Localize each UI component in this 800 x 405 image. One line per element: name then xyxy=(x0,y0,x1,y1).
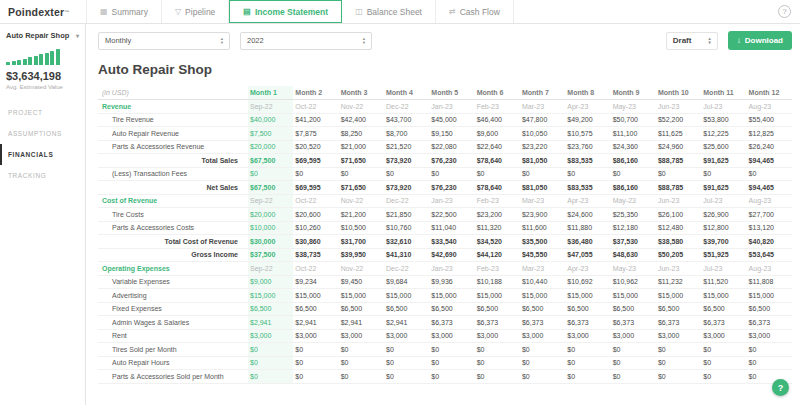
value-cell: $0 xyxy=(475,167,520,181)
value-cell: $15,000 xyxy=(339,289,384,303)
table-row: Auto Repair Hours$0$0$0$0$0$0$0$0$0$0$0$… xyxy=(98,356,792,370)
value-cell: $10,962 xyxy=(611,275,656,289)
value-cell: $26,900 xyxy=(701,208,746,222)
value-cell: $45,000 xyxy=(429,113,474,127)
value-cell: $11,625 xyxy=(656,127,701,141)
chart-bar xyxy=(17,60,21,65)
value-cell: $12,180 xyxy=(611,221,656,235)
value-cell: $20,600 xyxy=(293,208,338,222)
value-cell: $6,373 xyxy=(475,316,520,330)
value-cell: $0 xyxy=(611,370,656,384)
value-cell: $86,160 xyxy=(611,154,656,168)
chart-bar xyxy=(45,53,49,65)
info-icon[interactable]: ? xyxy=(778,5,791,18)
sidebar-item-project[interactable]: PROJECT xyxy=(0,102,85,123)
sidebar-item-assumptions[interactable]: ASSUMPTIONS xyxy=(0,123,85,144)
value-cell: $26,240 xyxy=(747,140,792,154)
value-cell: $25,350 xyxy=(611,208,656,222)
tab-pipeline[interactable]: ▽Pipeline xyxy=(162,0,229,23)
select-arrows-icon: ▴▾ xyxy=(363,37,365,45)
status-badge: Draft xyxy=(673,36,692,45)
period-select[interactable]: Monthly ▴▾ xyxy=(98,32,230,50)
date-cell: Feb-23 xyxy=(475,100,520,114)
sidebar-item-tracking[interactable]: TRACKING xyxy=(0,165,85,186)
sidebar-item-financials[interactable]: FINANCIALS xyxy=(0,144,85,165)
value-cell: $0 xyxy=(293,356,338,370)
value-cell: $91,625 xyxy=(701,154,746,168)
value-cell: $53,645 xyxy=(747,248,792,262)
date-cell: Jul-23 xyxy=(701,100,746,114)
year-select[interactable]: 2022 ▴▾ xyxy=(240,32,372,50)
value-cell: $0 xyxy=(611,167,656,181)
download-button[interactable]: ↓ Download xyxy=(728,31,792,50)
value-cell: $3,000 xyxy=(611,329,656,343)
value-cell: $10,440 xyxy=(520,275,565,289)
value-cell: $81,050 xyxy=(520,181,565,195)
value-cell: $0 xyxy=(701,370,746,384)
row-label: Auto Repair Hours xyxy=(98,356,248,370)
value-cell: $15,000 xyxy=(520,289,565,303)
value-cell: $0 xyxy=(656,167,701,181)
select-arrows-icon: ▴▾ xyxy=(709,37,711,45)
value-cell: $46,400 xyxy=(475,113,520,127)
column-header: Month 10 xyxy=(656,86,701,100)
value-cell: $88,785 xyxy=(656,154,701,168)
value-cell: $0 xyxy=(701,356,746,370)
value-cell: $0 xyxy=(384,370,429,384)
chart-bar xyxy=(34,56,38,65)
status-select[interactable]: Draft ▴▾ xyxy=(666,32,718,50)
row-label: Rent xyxy=(98,329,248,343)
value-cell: $10,500 xyxy=(339,221,384,235)
value-cell: $0 xyxy=(656,356,701,370)
date-cell: Oct-22 xyxy=(293,194,338,208)
tab-balance-sheet[interactable]: ◫Balance Sheet xyxy=(342,0,436,23)
value-cell: $0 xyxy=(565,343,610,357)
value-cell: $67,500 xyxy=(248,154,293,168)
value-cell: $8,250 xyxy=(339,127,384,141)
company-selector[interactable]: Auto Repair Shop ▾ xyxy=(0,31,85,40)
row-label: Tires Sold per Month xyxy=(98,343,248,357)
date-cell: Jan-23 xyxy=(429,100,474,114)
table-row: Tire Costs$20,000$20,600$21,200$21,850$2… xyxy=(98,208,792,222)
value-cell: $0 xyxy=(520,343,565,357)
value-cell: $52,200 xyxy=(656,113,701,127)
value-cell: $6,500 xyxy=(339,302,384,316)
value-cell: $38,735 xyxy=(293,248,338,262)
value-cell: $12,480 xyxy=(656,221,701,235)
chart-bar xyxy=(56,49,60,65)
value-cell: $0 xyxy=(475,356,520,370)
value-cell: $0 xyxy=(429,343,474,357)
value-cell: $2,941 xyxy=(248,316,293,330)
value-cell: $37,500 xyxy=(248,248,293,262)
column-header: Month 12 xyxy=(747,86,792,100)
row-label: Variable Expenses xyxy=(98,275,248,289)
value-cell: $36,480 xyxy=(565,235,610,249)
tab-income-statement[interactable]: ▤Income Statement xyxy=(229,0,342,23)
row-label: Gross Income xyxy=(98,248,248,262)
tab-summary[interactable]: ▦Summary xyxy=(86,0,162,23)
value-cell: $81,050 xyxy=(520,154,565,168)
value-cell: $0 xyxy=(565,356,610,370)
value-cell: $7,875 xyxy=(293,127,338,141)
date-cell: May-23 xyxy=(611,194,656,208)
value-cell: $44,120 xyxy=(475,248,520,262)
value-cell: $42,690 xyxy=(429,248,474,262)
value-cell: $3,000 xyxy=(747,329,792,343)
tab-cash-flow[interactable]: ⇄Cash Flow xyxy=(436,0,514,23)
table-row: Net Sales$67,500$69,595$71,650$73,920$76… xyxy=(98,181,792,195)
table-row: Total Sales$67,500$69,595$71,650$73,920$… xyxy=(98,154,792,168)
help-button[interactable]: ? xyxy=(772,379,789,396)
chart-bar xyxy=(28,57,32,65)
value-cell: $73,920 xyxy=(384,154,429,168)
value-cell: $6,373 xyxy=(520,316,565,330)
main-tabs: ▦Summary▽Pipeline▤Income Statement◫Balan… xyxy=(86,0,514,23)
value-cell: $0 xyxy=(339,343,384,357)
row-label: Fixed Expenses xyxy=(98,302,248,316)
value-cell: $10,575 xyxy=(565,127,610,141)
company-name: Auto Repair Shop xyxy=(6,31,69,40)
value-cell: $15,000 xyxy=(747,289,792,303)
value-cell: $42,400 xyxy=(339,113,384,127)
date-cell: Jan-23 xyxy=(429,194,474,208)
value-cell: $7,500 xyxy=(248,127,293,141)
value-cell: $8,700 xyxy=(384,127,429,141)
